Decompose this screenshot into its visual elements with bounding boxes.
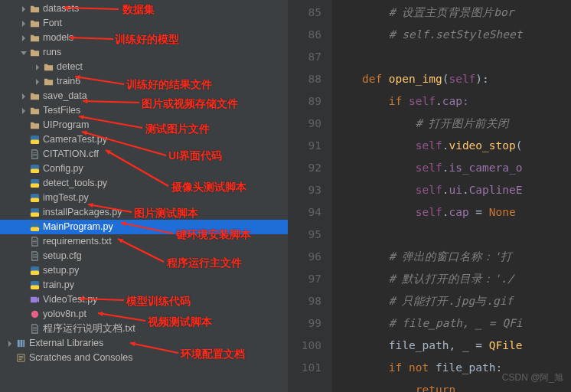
- lib-icon: [15, 338, 26, 349]
- token-text: [335, 117, 416, 129]
- chevron-right-icon[interactable]: [20, 5, 28, 13]
- code-area[interactable]: # 设置主页背景图片bor # self.setStyleSheet def o…: [332, 0, 571, 392]
- tree-item[interactable]: MainProgram.py: [0, 220, 288, 234]
- code-editor[interactable]: 858687888990919293949596979899100101 # 设…: [288, 0, 571, 392]
- line-number: 100: [288, 335, 321, 357]
- chevron-down-icon[interactable]: [20, 49, 28, 57]
- line-number-gutter: 858687888990919293949596979899100101: [288, 0, 332, 392]
- chevron-right-icon[interactable]: [20, 20, 28, 28]
- code-line[interactable]: self.is_camera_o: [335, 157, 571, 179]
- code-line[interactable]: # 打开图片前关闭: [335, 113, 571, 135]
- video-icon: [29, 295, 40, 305]
- code-line[interactable]: # 设置主页背景图片bor: [335, 2, 571, 24]
- tree-item-label: VideoTest.py: [43, 292, 97, 307]
- tree-item[interactable]: detect: [0, 60, 288, 74]
- tree-item[interactable]: yolov8n.pt: [0, 307, 288, 322]
- py-icon: [29, 178, 40, 189]
- tree-item[interactable]: CITATION.cff: [0, 147, 288, 162]
- line-number: 95: [288, 224, 321, 246]
- token-func: QFile: [489, 339, 523, 351]
- code-line[interactable]: # 弹出的窗口名称：'打: [335, 246, 571, 268]
- code-line[interactable]: [335, 46, 571, 68]
- line-number: 88: [288, 68, 321, 90]
- pt-icon: [29, 309, 40, 320]
- tree-item-label: CITATION.cff: [43, 147, 99, 162]
- code-line[interactable]: def open_img(self):: [335, 68, 571, 90]
- tree-item-label: setup.cfg: [43, 249, 82, 263]
- tree-item[interactable]: 程序运行说明文档.txt: [0, 322, 288, 336]
- token-attr: CaplineE: [469, 184, 523, 196]
- tree-item[interactable]: datasets: [0, 2, 288, 16]
- code-line[interactable]: # self.setStyleSheet: [335, 24, 571, 46]
- line-number: [288, 379, 321, 392]
- token-text: [335, 384, 416, 392]
- tree-item[interactable]: installPackages.py: [0, 205, 288, 220]
- tree-item[interactable]: save_data: [0, 89, 288, 103]
- tree-item-label: yolov8n.pt: [43, 307, 86, 322]
- tree-item-label: runs: [43, 45, 61, 60]
- tree-item-label: TestFiles: [43, 103, 80, 118]
- line-number: 87: [288, 46, 321, 68]
- code-line[interactable]: self.video_stop(: [335, 135, 571, 157]
- py-icon: [29, 207, 40, 218]
- token-attr: is_camera_o: [449, 162, 522, 174]
- token-text: [335, 361, 389, 374]
- token-comment: # 设置主页背景图片bor: [389, 6, 514, 18]
- folder-icon: [43, 62, 54, 73]
- tree-item[interactable]: CameraTest.py: [0, 132, 288, 147]
- code-line[interactable]: file_path, _ = QFile: [335, 335, 571, 357]
- tree-item[interactable]: Scratches and Consoles: [0, 351, 288, 365]
- code-line[interactable]: [335, 224, 571, 246]
- token-keyword: return: [416, 384, 455, 392]
- tree-item-label: models: [43, 31, 73, 45]
- tree-item[interactable]: Font: [0, 16, 288, 31]
- chevron-right-icon[interactable]: [20, 107, 28, 115]
- chevron-right-icon[interactable]: [6, 340, 14, 348]
- code-line[interactable]: if self.cap:: [335, 90, 571, 113]
- tree-item[interactable]: setup.cfg: [0, 249, 288, 263]
- tree-item[interactable]: Config.py: [0, 162, 288, 176]
- tree-item[interactable]: requirements.txt: [0, 234, 288, 249]
- token-comment: # self.setStyleSheet: [389, 28, 523, 41]
- code-line[interactable]: # file_path, _ = QFi: [335, 312, 571, 335]
- tree-item[interactable]: External Libraries: [0, 336, 288, 351]
- chevron-right-icon[interactable]: [20, 34, 28, 42]
- tree-item[interactable]: VideoTest.py: [0, 292, 288, 307]
- svg-rect-1: [30, 140, 38, 145]
- code-line[interactable]: # 默认打开的目录：'./: [335, 268, 571, 290]
- code-line[interactable]: self.cap = None: [335, 201, 571, 224]
- chevron-right-icon[interactable]: [34, 78, 41, 86]
- tree-item[interactable]: train6: [0, 74, 288, 89]
- token-punc: ,: [449, 339, 462, 351]
- code-line[interactable]: self.ui.CaplineE: [335, 179, 571, 201]
- tree-item-label: train6: [57, 74, 80, 89]
- tree-item-label: MainProgram.py: [43, 220, 113, 234]
- chevron-right-icon[interactable]: [20, 93, 28, 100]
- svg-rect-7: [30, 198, 38, 203]
- folder-icon: [29, 47, 40, 58]
- tree-item-label: External Libraries: [29, 336, 103, 351]
- token-text: [335, 184, 416, 196]
- token-attr: ui: [449, 184, 462, 196]
- code-line[interactable]: # 只能打开.jpg与.gif: [335, 290, 571, 312]
- folder-icon: [29, 18, 40, 29]
- line-number: 86: [288, 24, 321, 46]
- token-attr: cap:: [442, 95, 469, 107]
- tree-item[interactable]: runs: [0, 45, 288, 60]
- token-attr: cap: [449, 206, 468, 218]
- tree-item-label: datasets: [43, 2, 79, 16]
- line-number: 94: [288, 201, 321, 224]
- tree-item[interactable]: setup.py: [0, 263, 288, 278]
- tree-item[interactable]: detect_tools.py: [0, 176, 288, 191]
- tree-item[interactable]: UIProgram: [0, 118, 288, 132]
- project-tree-panel[interactable]: datasetsFontmodelsrunsdetecttrain6save_d…: [0, 0, 288, 392]
- tree-item[interactable]: models: [0, 31, 288, 45]
- token-punc: .: [462, 184, 469, 196]
- tree-item[interactable]: TestFiles: [0, 103, 288, 118]
- token-keyword: def: [362, 73, 389, 85]
- tree-item[interactable]: train.py: [0, 278, 288, 292]
- chevron-right-icon[interactable]: [34, 64, 41, 71]
- token-comment: # 弹出的窗口名称：'打: [389, 250, 512, 263]
- token-punc: .: [436, 95, 442, 107]
- tree-item[interactable]: imgTest.py: [0, 191, 288, 205]
